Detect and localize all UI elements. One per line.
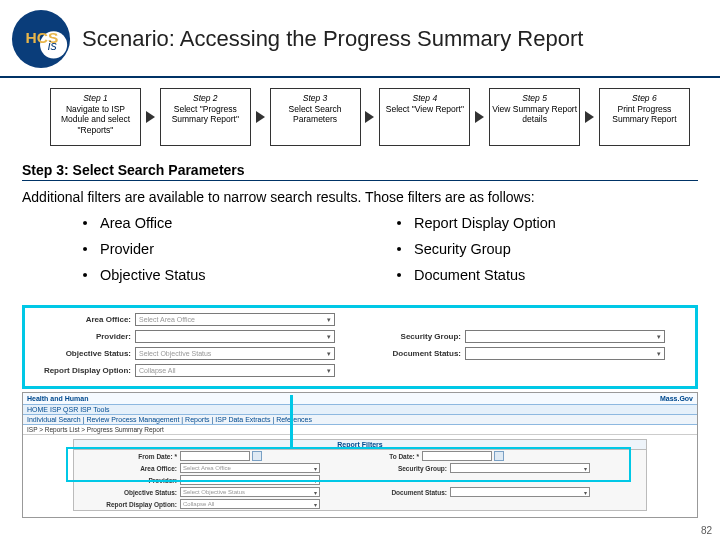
step-6-box: Step 6 Print Progress Summary Report: [599, 88, 690, 146]
zoom-callout: Area Office: Select Area Office▾ Provide…: [22, 305, 698, 389]
screenshot-region: Area Office: Select Area Office▾ Provide…: [22, 305, 698, 518]
area-office-select[interactable]: Select Area Office▾: [180, 463, 320, 473]
bullet-icon: •: [70, 241, 100, 257]
document-status-select[interactable]: ▾: [465, 347, 665, 360]
report-display-label: Report Display Option:: [80, 501, 180, 508]
calendar-icon[interactable]: [494, 451, 504, 461]
area-office-label: Area Office:: [80, 465, 180, 472]
area-office-label: Area Office:: [35, 315, 135, 324]
chevron-down-icon: ▾: [314, 489, 317, 496]
provider-label: Provider:: [35, 332, 135, 341]
to-date-input[interactable]: [422, 451, 492, 461]
chevron-down-icon: ▾: [327, 350, 331, 358]
step-2-box: Step 2 Select "Progress Summary Report": [160, 88, 251, 146]
objective-status-select[interactable]: Select Objective Status▾: [180, 487, 320, 497]
security-group-label: Security Group:: [350, 465, 450, 472]
app-sub-nav[interactable]: Individual Search | Review Process Manag…: [23, 415, 697, 425]
step-3-box: Step 3 Select Search Parameters: [270, 88, 361, 146]
slide-header: HCS is Scenario: Accessing the Progress …: [0, 0, 720, 78]
filter-item: Document Status: [414, 267, 525, 283]
security-group-label: Security Group:: [365, 332, 465, 341]
flow-arrow-icon: [146, 111, 155, 123]
chevron-down-icon: ▾: [314, 501, 317, 508]
calendar-icon[interactable]: [252, 451, 262, 461]
report-filters-title: Report Filters: [74, 440, 646, 450]
slide-title: Scenario: Accessing the Progress Summary…: [82, 26, 583, 52]
bullet-icon: •: [70, 215, 100, 231]
chevron-down-icon: ▾: [584, 465, 587, 472]
to-date-label: To Date: *: [322, 453, 422, 460]
step-4-box: Step 4 Select "View Report": [379, 88, 470, 146]
provider-select[interactable]: ▾: [180, 475, 320, 485]
document-status-label: Document Status:: [350, 489, 450, 496]
report-display-select[interactable]: Collapse All▾: [135, 364, 335, 377]
chevron-down-icon: ▾: [327, 333, 331, 341]
provider-label: Provider:: [80, 477, 180, 484]
area-office-select[interactable]: Select Area Office▾: [135, 313, 335, 326]
connector-line: [290, 395, 293, 447]
provider-select[interactable]: ▾: [135, 330, 335, 343]
bullet-icon: •: [384, 267, 414, 283]
chevron-down-icon: ▾: [314, 465, 317, 472]
flow-arrow-icon: [585, 111, 594, 123]
chevron-down-icon: ▾: [584, 489, 587, 496]
report-display-select[interactable]: Collapse All▾: [180, 499, 320, 509]
filter-bullet-list: •Area Office •Provider •Objective Status…: [70, 215, 698, 293]
filter-item: Objective Status: [100, 267, 206, 283]
app-nav-bar[interactable]: HOME ISP QSR ISP Tools: [23, 405, 697, 415]
security-group-select[interactable]: ▾: [465, 330, 665, 343]
chevron-down-icon: ▾: [327, 316, 331, 324]
chevron-down-icon: ▾: [327, 367, 331, 375]
filter-item: Security Group: [414, 241, 511, 257]
flow-arrow-icon: [256, 111, 265, 123]
objective-status-select[interactable]: Select Objective Status▾: [135, 347, 335, 360]
process-flow: Step 1 Navigate to ISP Module and select…: [0, 78, 720, 156]
chevron-down-icon: ▾: [657, 333, 661, 341]
flow-arrow-icon: [475, 111, 484, 123]
breadcrumb: ISP > Reports List > Progress Summary Re…: [23, 425, 697, 435]
chevron-down-icon: ▾: [314, 477, 317, 484]
from-date-input[interactable]: [180, 451, 250, 461]
objective-status-label: Objective Status:: [80, 489, 180, 496]
app-brand-bar: Health and Human Mass.Gov: [23, 393, 697, 405]
filter-item: Provider: [100, 241, 154, 257]
objective-status-label: Objective Status:: [35, 349, 135, 358]
step-1-box: Step 1 Navigate to ISP Module and select…: [50, 88, 141, 146]
section-heading: Step 3: Select Search Parameters: [22, 162, 698, 181]
svg-text:is: is: [48, 39, 58, 53]
document-status-select[interactable]: ▾: [450, 487, 590, 497]
report-display-label: Report Display Option:: [35, 366, 135, 375]
document-status-label: Document Status:: [365, 349, 465, 358]
flow-arrow-icon: [365, 111, 374, 123]
app-screenshot: Health and Human Mass.Gov HOME ISP QSR I…: [22, 392, 698, 518]
bullet-icon: •: [384, 215, 414, 231]
filter-item: Area Office: [100, 215, 172, 231]
chevron-down-icon: ▾: [657, 350, 661, 358]
hcsis-logo: HCS is: [10, 8, 72, 70]
filter-item: Report Display Option: [414, 215, 556, 231]
page-number: 82: [701, 525, 712, 536]
from-date-label: From Date: *: [80, 453, 180, 460]
bullet-icon: •: [384, 241, 414, 257]
security-group-select[interactable]: ▾: [450, 463, 590, 473]
section-intro: Additional filters are available to narr…: [22, 189, 698, 205]
step-5-box: Step 5 View Summary Report details: [489, 88, 580, 146]
report-filters-panel: Report Filters From Date: * To Date: * A…: [73, 439, 647, 511]
bullet-icon: •: [70, 267, 100, 283]
